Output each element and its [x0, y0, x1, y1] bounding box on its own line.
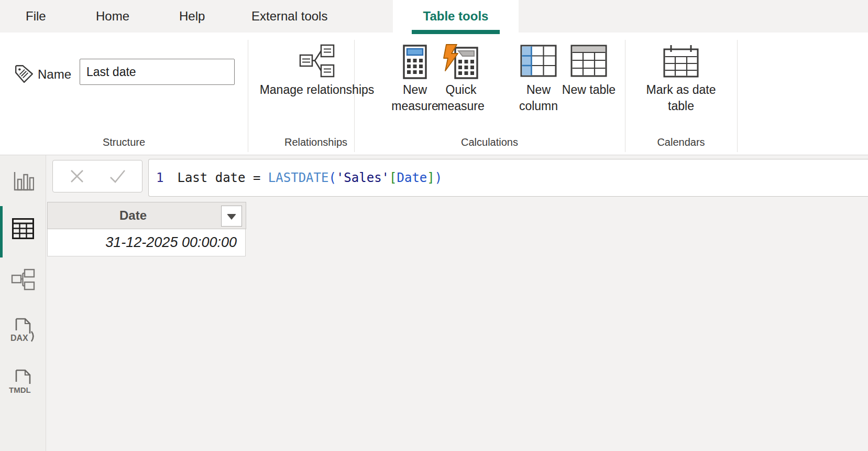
filter-dropdown-icon: [227, 214, 236, 220]
mark-as-date-table-icon: [662, 44, 700, 79]
quick-measure-button[interactable]: Quick measure: [428, 44, 493, 114]
new-table-label: New table: [562, 82, 616, 98]
formula-action-buttons: [52, 160, 142, 192]
column-header-label: Date: [119, 208, 147, 223]
sidebar-item-report-view[interactable]: [0, 171, 46, 192]
sidebar-item-table-view[interactable]: [0, 218, 46, 240]
dax-query-view-icon: DAX: [10, 318, 36, 345]
name-field-label: Name: [38, 67, 71, 82]
tag-icon: [14, 64, 34, 84]
new-measure-icon: [402, 44, 428, 80]
group-divider: [737, 40, 738, 152]
column-header-date[interactable]: Date: [47, 202, 246, 229]
sidebar-item-tmdl-view[interactable]: TMDL: [0, 369, 46, 396]
manage-relationships-icon: [299, 44, 335, 78]
quick-measure-icon: [442, 44, 480, 80]
manage-relationships-button[interactable]: Manage relationships: [259, 44, 375, 98]
calendars-group-label: Calendars: [625, 136, 737, 148]
app-window: File Home Help External tools Table tool…: [0, 0, 868, 451]
tab-external-tools[interactable]: External tools: [251, 0, 327, 33]
ribbon-tab-bar: File Home Help External tools Table tool…: [0, 0, 868, 33]
model-view-icon: [11, 269, 35, 291]
sidebar-item-model-view[interactable]: [0, 269, 46, 291]
svg-text:DAX: DAX: [10, 334, 28, 342]
mark-as-date-table-button[interactable]: Mark as date table: [634, 44, 728, 114]
sidebar-item-dax-query-view[interactable]: DAX: [0, 318, 46, 345]
tmdl-view-icon: TMDL: [9, 369, 37, 396]
manage-relationships-label: Manage relationships: [260, 82, 375, 98]
main-area: DAX TMDL 1Last date: [0, 155, 868, 451]
ribbon: Name Structure: [0, 33, 868, 155]
table-cell-value: 31-12-2025 00:00:00: [105, 234, 237, 251]
svg-text:TMDL: TMDL: [9, 385, 31, 394]
calculations-group-label: Calculations: [354, 136, 625, 148]
structure-group: Name: [0, 33, 248, 137]
column-filter-button[interactable]: [221, 206, 242, 227]
table-cell-date[interactable]: 31-12-2025 00:00:00: [47, 229, 246, 256]
formula-expression: Last date = LASTDATE('Sales'[Date]): [177, 170, 442, 185]
view-sidebar: DAX TMDL: [0, 155, 46, 451]
structure-group-label: Structure: [0, 136, 248, 148]
cancel-formula-icon[interactable]: [69, 168, 85, 185]
tab-table-tools-label: Table tools: [423, 9, 489, 24]
mark-as-date-table-label: Mark as date table: [634, 82, 728, 114]
table-name-input[interactable]: [80, 59, 235, 85]
new-column-button[interactable]: New column: [510, 44, 567, 114]
report-view-icon: [12, 171, 34, 192]
group-divider: [248, 40, 248, 152]
tab-file[interactable]: File: [26, 0, 46, 33]
commit-formula-icon[interactable]: [108, 168, 126, 185]
table-view-icon: [12, 218, 35, 240]
quick-measure-label: Quick measure: [428, 82, 493, 114]
active-tab-underline: [412, 30, 500, 34]
tab-help[interactable]: Help: [179, 0, 205, 33]
new-column-icon: [520, 44, 557, 78]
group-divider: [625, 40, 625, 152]
new-table-icon: [570, 44, 608, 78]
formula-line-number: 1: [156, 170, 163, 185]
new-table-button[interactable]: New table: [560, 44, 618, 98]
tab-home[interactable]: Home: [96, 0, 129, 33]
new-column-label: New column: [510, 82, 567, 114]
dax-formula-input[interactable]: 1Last date = LASTDATE('Sales'[Date]): [148, 159, 868, 197]
tab-table-tools[interactable]: Table tools: [393, 0, 519, 33]
